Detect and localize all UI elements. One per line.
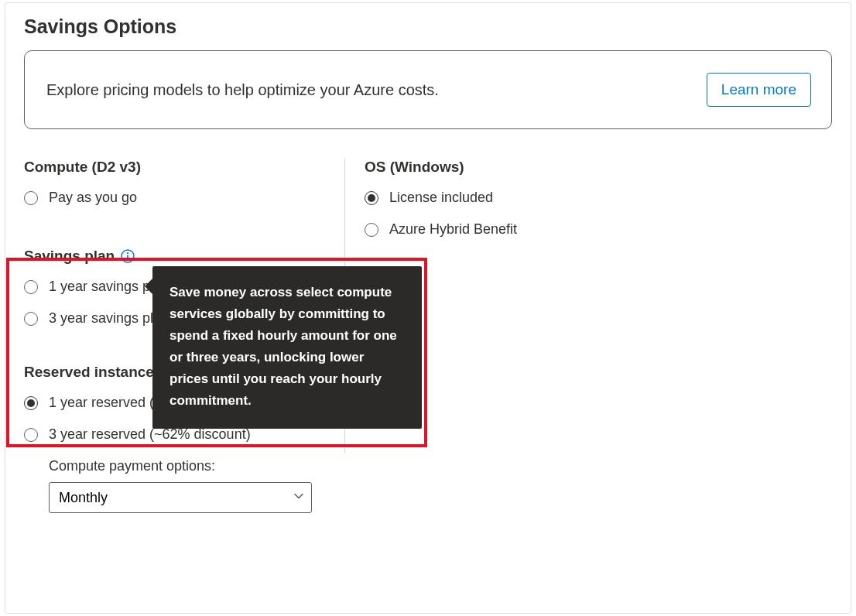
radio-label: 3 year savings plan <box>49 310 169 327</box>
info-banner-text: Explore pricing models to help optimize … <box>46 81 439 99</box>
radio-azure-hybrid-benefit[interactable]: Azure Hybrid Benefit <box>365 221 832 238</box>
radio-label: License included <box>389 190 493 206</box>
page-title: Savings Options <box>24 15 832 38</box>
radio-pay-as-you-go[interactable]: Pay as you go <box>24 190 329 206</box>
radio-label: Azure Hybrid Benefit <box>389 221 517 238</box>
compute-heading: Compute (D2 v3) <box>24 159 329 176</box>
radio-license-included[interactable]: License included <box>365 190 832 206</box>
radio-icon-selected <box>365 191 378 205</box>
compute-payment-select-wrap: Monthly <box>49 482 312 513</box>
savings-plan-heading-text: Savings plan <box>24 248 115 265</box>
os-heading-text: OS (Windows) <box>365 159 464 176</box>
radio-icon-selected <box>24 396 38 410</box>
savings-plan-tooltip: Save money across select compute service… <box>152 266 422 429</box>
radio-label: 3 year reserved (~62% discount) <box>49 426 251 443</box>
radio-label: Pay as you go <box>49 190 137 206</box>
radio-icon <box>24 280 38 294</box>
compute-payment-block: Compute payment options: Monthly <box>24 458 329 513</box>
learn-more-button[interactable]: Learn more <box>707 73 811 107</box>
radio-icon <box>24 191 38 205</box>
compute-payment-select[interactable]: Monthly <box>49 482 312 513</box>
radio-3-year-reserved[interactable]: 3 year reserved (~62% discount) <box>24 426 329 443</box>
compute-payment-label: Compute payment options: <box>49 458 329 474</box>
savings-plan-heading: Savings plan <box>24 248 329 265</box>
os-heading: OS (Windows) <box>365 159 832 176</box>
radio-icon <box>24 312 38 326</box>
reserved-instances-heading-text: Reserved instances <box>24 364 163 381</box>
radio-icon <box>24 428 38 442</box>
compute-heading-text: Compute (D2 v3) <box>24 159 141 176</box>
info-banner: Explore pricing models to help optimize … <box>24 50 832 129</box>
options-columns: Compute (D2 v3) Pay as you go Savings pl… <box>24 159 832 513</box>
svg-point-1 <box>127 252 128 254</box>
savings-options-panel: Savings Options Explore pricing models t… <box>5 2 851 614</box>
svg-rect-2 <box>127 255 128 260</box>
radio-icon <box>365 223 378 237</box>
info-icon[interactable] <box>121 249 135 263</box>
